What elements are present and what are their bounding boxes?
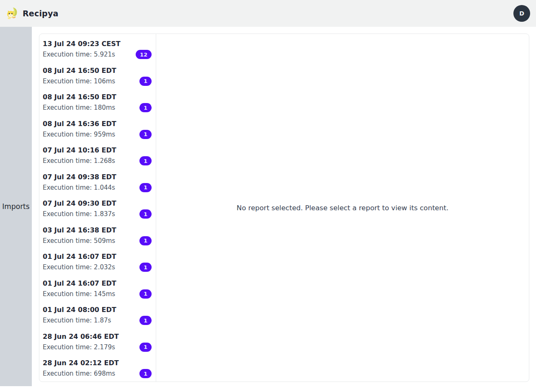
report-subrow: Execution time: 698ms 1 — [43, 369, 152, 378]
report-list-item[interactable]: 07 Jul 24 09:30 EDT Execution time: 1.83… — [39, 197, 156, 224]
report-count-badge: 1 — [139, 183, 152, 192]
report-execution-time: Execution time: 698ms — [43, 369, 115, 378]
report-timestamp: 07 Jul 24 09:30 EDT — [43, 198, 152, 209]
report-subrow: Execution time: 5.921s 12 — [43, 50, 152, 59]
report-execution-time: Execution time: 2.179s — [43, 343, 115, 352]
report-count-badge: 1 — [139, 236, 152, 245]
report-timestamp: 28 Jun 24 02:12 EDT — [43, 358, 152, 369]
report-execution-time: Execution time: 1.268s — [43, 156, 115, 165]
report-content-pane: No report selected. Please select a repo… — [156, 34, 529, 382]
report-subrow: Execution time: 2.032s 1 — [43, 263, 152, 272]
report-count-badge: 1 — [139, 343, 152, 352]
report-execution-time: Execution time: 509ms — [43, 236, 115, 245]
report-execution-time: Execution time: 5.921s — [43, 50, 115, 59]
report-list: 13 Jul 24 09:23 CEST Execution time: 5.9… — [39, 34, 156, 382]
report-count-badge: 1 — [139, 263, 152, 272]
report-timestamp: 01 Jul 24 08:00 EDT — [43, 304, 152, 315]
user-avatar[interactable]: D — [513, 5, 530, 22]
report-list-item[interactable]: 13 Jul 24 09:23 CEST Execution time: 5.9… — [39, 37, 156, 64]
report-timestamp: 01 Jul 24 16:07 EDT — [43, 278, 152, 289]
report-timestamp: 28 Jun 24 06:46 EDT — [43, 331, 152, 342]
recipya-logo-icon — [6, 7, 18, 20]
report-subrow: Execution time: 959ms 1 — [43, 130, 152, 139]
report-list-item[interactable]: 01 Jul 24 16:07 EDT Execution time: 145m… — [39, 277, 156, 304]
report-count-badge: 1 — [139, 209, 152, 219]
report-timestamp: 13 Jul 24 09:23 CEST — [43, 39, 152, 49]
app-title: Recipya — [23, 9, 59, 18]
report-subrow: Execution time: 1.268s 1 — [43, 156, 152, 165]
report-timestamp: 01 Jul 24 16:07 EDT — [43, 251, 152, 262]
report-list-item[interactable]: 01 Jul 24 16:07 EDT Execution time: 2.03… — [39, 250, 156, 277]
report-execution-time: Execution time: 1.837s — [43, 209, 115, 219]
report-subrow: Execution time: 106ms 1 — [43, 77, 152, 86]
sidebar: Imports — [0, 27, 32, 386]
report-count-badge: 1 — [139, 316, 152, 325]
report-count-badge: 1 — [139, 156, 152, 165]
report-subrow: Execution time: 145ms 1 — [43, 289, 152, 299]
report-list-item[interactable]: 08 Jul 24 16:50 EDT Execution time: 106m… — [39, 64, 156, 91]
report-list-item[interactable]: 28 Jun 24 02:12 EDT Execution time: 698m… — [39, 356, 156, 382]
sidebar-item-imports[interactable]: Imports — [2, 202, 29, 211]
report-timestamp: 08 Jul 24 16:50 EDT — [43, 92, 152, 103]
app-header: Recipya D — [0, 0, 536, 27]
report-count-badge: 1 — [139, 289, 152, 299]
report-subrow: Execution time: 180ms 1 — [43, 103, 152, 112]
report-timestamp: 07 Jul 24 09:38 EDT — [43, 172, 152, 183]
report-count-badge: 1 — [139, 103, 152, 112]
report-count-badge: 1 — [139, 369, 152, 378]
report-execution-time: Execution time: 2.032s — [43, 263, 115, 272]
report-list-item[interactable]: 07 Jul 24 10:16 EDT Execution time: 1.26… — [39, 144, 156, 170]
report-list-item[interactable]: 03 Jul 24 16:38 EDT Execution time: 509m… — [39, 224, 156, 250]
report-list-item[interactable]: 01 Jul 24 08:00 EDT Execution time: 1.87… — [39, 303, 156, 330]
report-timestamp: 07 Jul 24 10:16 EDT — [43, 145, 152, 156]
report-count-badge: 1 — [139, 77, 152, 86]
empty-state-message: No report selected. Please select a repo… — [237, 204, 448, 212]
report-subrow: Execution time: 1.87s 1 — [43, 316, 152, 325]
brand[interactable]: Recipya — [6, 7, 59, 20]
report-timestamp: 03 Jul 24 16:38 EDT — [43, 225, 152, 236]
report-list-item[interactable]: 28 Jun 24 06:46 EDT Execution time: 2.17… — [39, 330, 156, 357]
report-execution-time: Execution time: 959ms — [43, 130, 115, 139]
report-timestamp: 08 Jul 24 16:50 EDT — [43, 65, 152, 76]
report-subrow: Execution time: 1.837s 1 — [43, 209, 152, 219]
report-execution-time: Execution time: 180ms — [43, 103, 115, 112]
report-subrow: Execution time: 509ms 1 — [43, 236, 152, 245]
report-list-item[interactable]: 08 Jul 24 16:36 EDT Execution time: 959m… — [39, 117, 156, 144]
report-list-item[interactable]: 07 Jul 24 09:38 EDT Execution time: 1.04… — [39, 170, 156, 197]
report-execution-time: Execution time: 1.87s — [43, 316, 111, 325]
report-execution-time: Execution time: 1.044s — [43, 183, 115, 192]
report-count-badge: 12 — [136, 50, 152, 59]
report-execution-time: Execution time: 106ms — [43, 77, 115, 86]
reports-panel: 13 Jul 24 09:23 CEST Execution time: 5.9… — [39, 34, 529, 382]
report-subrow: Execution time: 2.179s 1 — [43, 343, 152, 352]
report-execution-time: Execution time: 145ms — [43, 289, 115, 299]
report-subrow: Execution time: 1.044s 1 — [43, 183, 152, 192]
report-count-badge: 1 — [139, 130, 152, 139]
report-list-item[interactable]: 08 Jul 24 16:50 EDT Execution time: 180m… — [39, 90, 156, 117]
report-timestamp: 08 Jul 24 16:36 EDT — [43, 119, 152, 129]
